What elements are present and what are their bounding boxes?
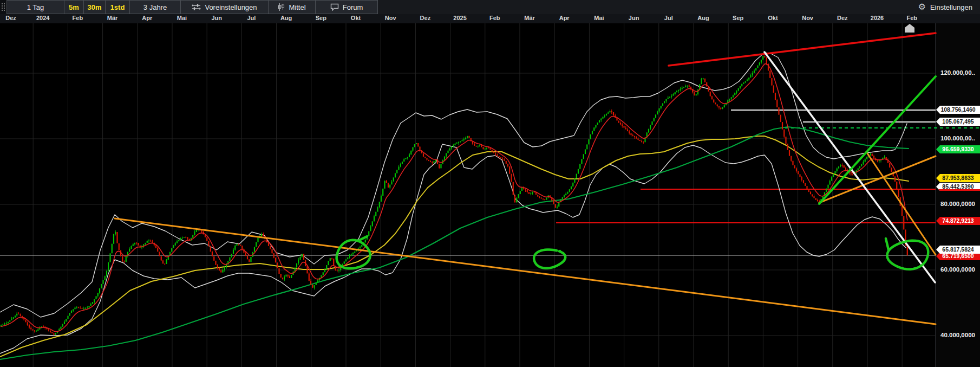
red-line-tag: 74.872,9213 — [936, 217, 980, 225]
green-ma-tag: 96.659,9330 — [936, 145, 980, 153]
yellow-ma-tag: 87.953,8633 — [936, 174, 980, 182]
y-axis-gridline-label: 40.000,0000 — [940, 332, 979, 339]
y-axis-gridline-label: 100.000,00.. — [940, 135, 979, 143]
white-line-tag: 65.817,5824 — [936, 246, 980, 254]
y-axis-gridline-label: 80.000,0000 — [940, 201, 979, 208]
white-line-tag-red-accent: 85.442,5390 — [936, 183, 980, 191]
white-line-tag: 108.756,1460 — [936, 106, 980, 114]
y-axis-gridline-label: 60.000,0000 — [940, 266, 979, 274]
trading-chart-window: { "toolbar":{ "timeframe_active":"1 Tag"… — [0, 0, 980, 367]
chart-canvas[interactable] — [0, 0, 980, 367]
white-line-tag: 105.067,495 — [936, 118, 980, 126]
plot-area[interactable] — [0, 23, 936, 367]
y-axis-gridline-label: 120.000,00.. — [940, 69, 979, 77]
